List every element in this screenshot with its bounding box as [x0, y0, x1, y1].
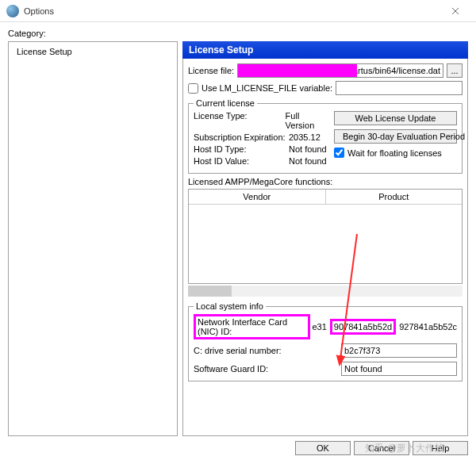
subscription-exp-value: 2035.12	[289, 132, 321, 142]
current-license-legend: Current license	[194, 98, 257, 108]
lm-license-label-text: Use LM_LICENSE_FILE variable:	[202, 83, 332, 93]
functions-hscrollbar[interactable]	[188, 286, 463, 297]
subscription-exp-label: Subscription Expiration:	[194, 132, 289, 142]
license-type-value: Full Version	[286, 111, 329, 130]
browse-button[interactable]: ...	[447, 63, 463, 78]
title-bar: Options	[0, 0, 476, 22]
host-id-type-label: Host ID Type:	[194, 144, 289, 154]
license-type-label: License Type:	[194, 111, 286, 130]
app-icon	[6, 5, 19, 17]
cancel-button[interactable]: Cancel	[354, 441, 409, 455]
cdrive-input[interactable]	[341, 343, 457, 358]
host-id-type-value: Not found	[289, 144, 327, 154]
sguard-label: Software Guard ID:	[194, 364, 336, 374]
nic-label: Network Interface Card (NIC) ID:	[198, 317, 287, 336]
lm-license-checkbox-label[interactable]: Use LM_LICENSE_FILE variable:	[188, 83, 332, 94]
nic-highlight-value: 907841a5b52d	[334, 322, 392, 332]
host-id-value-value: Not found	[289, 156, 327, 166]
host-id-value-label: Host ID Value:	[194, 156, 289, 166]
window-title: Options	[24, 6, 441, 16]
redaction-overlay	[238, 64, 357, 77]
functions-list[interactable]: Vendor Product	[188, 189, 463, 284]
current-license-group: Current license License Type:Full Versio…	[188, 98, 463, 174]
wait-floating-text: Wait for floating licenses	[347, 148, 442, 158]
tree-item-license-setup[interactable]: License Setup	[13, 45, 172, 58]
close-icon	[451, 7, 459, 15]
panel-title: License Setup	[182, 41, 468, 59]
nic-suffix: 927841a5b52c	[399, 322, 457, 332]
local-system-info-group: Local system info Network Interface Card…	[188, 301, 463, 381]
nic-label-highlight: Network Interface Card (NIC) ID:	[194, 314, 310, 339]
nic-prefix: e31	[312, 322, 326, 332]
functions-col-product[interactable]: Product	[326, 190, 463, 205]
functions-label: Licensed AMPP/MegaCore functions:	[188, 177, 463, 186]
functions-col-vendor[interactable]: Vendor	[189, 190, 326, 205]
ok-button[interactable]: OK	[295, 441, 351, 455]
wait-floating-checkbox[interactable]	[334, 148, 344, 158]
help-button[interactable]: Help	[413, 441, 468, 455]
category-label: Category:	[8, 29, 468, 38]
web-license-update-button[interactable]: Web License Update	[334, 111, 457, 125]
close-button[interactable]	[441, 0, 470, 22]
lm-license-input[interactable]	[336, 81, 463, 95]
scrollbar-thumb[interactable]	[188, 286, 232, 297]
begin-eval-button[interactable]: Begin 30-day Evaluation Period	[334, 129, 457, 144]
wait-floating-label[interactable]: Wait for floating licenses	[334, 148, 457, 158]
lm-license-checkbox[interactable]	[188, 83, 198, 94]
sguard-input[interactable]	[341, 362, 457, 376]
cdrive-label: C: drive serial number:	[194, 346, 336, 355]
nic-highlight-box: 907841a5b52d	[330, 319, 396, 335]
license-file-label: License file:	[188, 66, 234, 75]
local-system-info-legend: Local system info	[194, 301, 266, 311]
category-tree: License Setup	[8, 41, 178, 436]
